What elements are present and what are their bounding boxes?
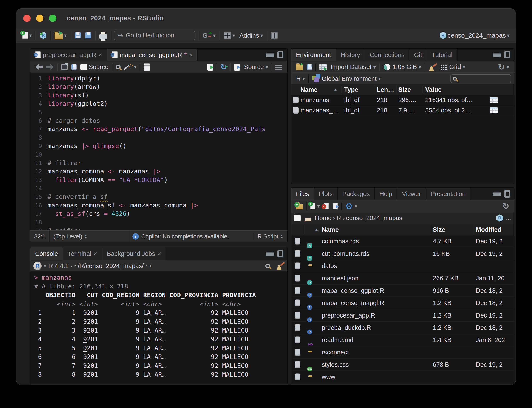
file-name[interactable]: styles.css	[322, 361, 349, 368]
open-directory-icon[interactable]: ↪	[146, 263, 152, 269]
environment-search-input[interactable]	[459, 77, 509, 80]
file-row[interactable]: JSmanifest.json266.7 KBJan 11, 20	[291, 272, 514, 284]
load-workspace-button[interactable]	[294, 62, 305, 72]
tab-viewer[interactable]: Viewer	[397, 188, 426, 200]
maximize-pane-icon[interactable]	[504, 190, 510, 197]
new-project-button[interactable]: +R	[38, 29, 49, 42]
import-dataset-button[interactable]: Import Dataset ▾	[318, 62, 378, 72]
source-button[interactable]: Source ▾	[232, 62, 270, 72]
file-row[interactable]: www	[291, 371, 514, 383]
memory-usage-button[interactable]: 1.05 GiB ▾	[381, 62, 423, 72]
open-in-new-window-button[interactable]	[59, 62, 70, 72]
file-row[interactable]: Rmapa_censo_mapgl.R1.2 KBDec 18, 2	[291, 297, 514, 309]
clear-workspace-button[interactable]	[426, 62, 439, 72]
breadcrumb-project[interactable]: censo_2024_mapas	[346, 214, 402, 222]
minimize-pane-icon[interactable]	[266, 53, 274, 57]
open-file-button[interactable]: ▾	[53, 29, 69, 42]
chevron-down-icon[interactable]: ▾	[29, 33, 32, 38]
clear-console-icon[interactable]	[276, 262, 284, 270]
compile-report-button[interactable]	[142, 62, 152, 72]
column-header-modified[interactable]: Modified	[476, 226, 501, 233]
column-header-length[interactable]: Len…	[377, 86, 394, 93]
project-selector[interactable]: R censo_2024_mapas ▾	[438, 29, 512, 42]
tab-preprocesar-app[interactable]: R preprocesar_app.R ×	[30, 49, 107, 61]
search-icon[interactable]	[265, 264, 270, 268]
save-workspace-button[interactable]	[305, 62, 314, 72]
file-row[interactable]: MDreadme.md1.4 KBJan 8, 202	[291, 334, 514, 346]
row-checkbox[interactable]	[295, 349, 301, 356]
back-button[interactable]	[33, 62, 44, 72]
more-file-commands-button[interactable]: ⚙ ▾	[343, 201, 359, 211]
tab-packages[interactable]: Packages	[338, 188, 375, 200]
maximize-pane-icon[interactable]	[504, 51, 510, 59]
row-checkbox[interactable]	[295, 361, 301, 368]
minimize-pane-icon[interactable]	[493, 53, 501, 57]
row-checkbox[interactable]	[295, 250, 301, 257]
row-checkbox[interactable]	[295, 324, 301, 331]
chevron-down-icon[interactable]: ▾	[44, 263, 46, 269]
tab-tutorial[interactable]: Tutorial	[427, 49, 457, 61]
file-name[interactable]: cut_comunas.rds	[322, 250, 369, 257]
zoom-window-button[interactable]	[49, 15, 56, 22]
environment-object-row[interactable]: manzanas_…tbl_df2187.9 …3584 obs. of 2…	[291, 105, 514, 115]
column-header-type[interactable]: Type	[344, 86, 358, 93]
row-checkbox[interactable]	[295, 263, 301, 269]
source-columns-button[interactable]	[269, 29, 280, 42]
file-row[interactable]: Rcolumnas.rds4.7 KBDec 19, 2	[291, 235, 514, 247]
file-name[interactable]: readme.md	[322, 336, 353, 343]
code-tools-button[interactable]: ▾	[123, 62, 138, 72]
document-outline-button[interactable]	[274, 62, 284, 72]
find-replace-button[interactable]	[114, 62, 123, 72]
row-checkbox[interactable]	[295, 275, 301, 282]
code-editor[interactable]: 1library(dplyr)2library(arrow)3library(s…	[30, 73, 287, 231]
file-row[interactable]: CSSstyles.css678 BDec 19, 2	[291, 358, 514, 371]
goto-file-input[interactable]	[126, 32, 186, 39]
file-name[interactable]: prueba_duckdb.R	[322, 324, 371, 331]
refresh-files-button[interactable]: ↻	[500, 201, 511, 211]
file-row[interactable]: Rpreprocesar_app.R1.2 KBDec 19, 2	[291, 309, 514, 321]
new-file-button[interactable]: + ▾	[20, 29, 34, 42]
close-icon[interactable]: ×	[189, 51, 193, 58]
chevron-down-icon[interactable]: ▾	[266, 65, 268, 70]
new-folder-button[interactable]: +	[294, 201, 305, 211]
file-row[interactable]: rsconnect	[291, 346, 514, 358]
tab-files[interactable]: Files	[291, 188, 314, 200]
scope-selector[interactable]: (Top Level) ▲▼	[50, 231, 129, 242]
home-icon[interactable]	[304, 214, 312, 221]
column-header-size[interactable]: Size	[398, 86, 411, 93]
print-button[interactable]	[97, 29, 109, 42]
close-icon[interactable]: ×	[157, 250, 161, 257]
copy-file-button[interactable]	[331, 201, 340, 211]
close-window-button[interactable]	[23, 15, 31, 22]
file-row[interactable]: Rprueba_duckdb.R1.2 KBDec 18, 2	[291, 322, 514, 334]
language-selector[interactable]: R ▾	[294, 74, 307, 84]
file-row[interactable]: datos	[291, 260, 514, 272]
row-checkbox[interactable]	[295, 374, 301, 380]
view-data-icon[interactable]	[490, 107, 497, 113]
view-data-icon[interactable]	[490, 97, 497, 103]
column-header-name[interactable]: Name	[301, 86, 318, 93]
select-all-checkbox[interactable]	[294, 214, 301, 221]
row-checkbox[interactable]	[295, 300, 301, 306]
save-button[interactable]	[73, 29, 83, 42]
environment-search-box[interactable]	[451, 74, 511, 83]
close-icon[interactable]: ×	[93, 250, 97, 257]
minimize-window-button[interactable]	[36, 15, 44, 22]
save-source-button[interactable]	[70, 62, 79, 72]
row-checkbox[interactable]	[295, 312, 301, 319]
file-row[interactable]: Rmapa_censo_ggplot.R916 BDec 18, 2	[291, 285, 514, 297]
refresh-environment-button[interactable]: ↻ ▾	[496, 62, 511, 72]
file-name[interactable]: preprocesar_app.R	[322, 312, 375, 319]
tab-help[interactable]: Help	[375, 188, 397, 200]
breadcrumb-r[interactable]: R	[337, 214, 341, 222]
tab-plots[interactable]: Plots	[314, 188, 337, 200]
file-row[interactable]: Rcut_comunas.rds16 KBDec 19, 2	[291, 247, 514, 260]
chevron-down-icon[interactable]: ▾	[213, 33, 216, 38]
checkbox-icon[interactable]	[80, 64, 87, 70]
row-checkbox[interactable]	[295, 238, 301, 245]
environment-selector[interactable]: Global Environment ▾	[310, 74, 383, 84]
file-name[interactable]: datos	[322, 262, 337, 269]
tab-connections[interactable]: Connections	[365, 49, 409, 61]
rerun-button[interactable]: ↻	[218, 62, 229, 72]
row-checkbox[interactable]	[295, 287, 301, 294]
